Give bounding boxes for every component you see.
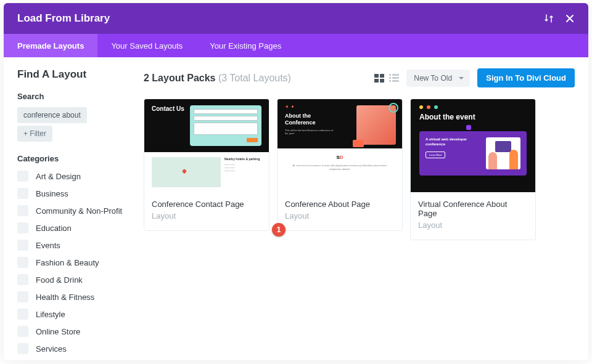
thumb-heading: About the event <box>419 113 527 121</box>
main-panel: 2 Layout Packs (3 Total Layouts) New To … <box>130 57 588 360</box>
step-badge: 1 <box>272 223 286 237</box>
checkbox-icon <box>17 291 28 302</box>
svg-rect-4 <box>389 74 391 76</box>
sort-select-wrap: New To Old <box>406 70 470 87</box>
sort-toggle-icon[interactable] <box>544 14 554 23</box>
main-header-actions: New To Old Sign In To Divi Cloud <box>374 68 575 87</box>
list-view-icon[interactable] <box>389 74 399 83</box>
sidebar-heading: Find A Layout <box>17 68 124 81</box>
category-item[interactable]: Community & Non-Profit <box>17 205 124 216</box>
thumb-image <box>356 105 396 145</box>
category-item[interactable]: Art & Design <box>17 171 124 182</box>
tab-saved-layouts[interactable]: Your Saved Layouts <box>97 34 196 57</box>
thumb-form <box>190 105 261 146</box>
category-item[interactable]: Fashion & Beauty <box>17 257 124 268</box>
sidebar: Find A Layout Search conference about + … <box>4 57 130 360</box>
category-list: Art & Design Business Community & Non-Pr… <box>17 171 124 360</box>
tab-premade-layouts[interactable]: Premade Layouts <box>4 34 97 57</box>
main-header: 2 Layout Packs (3 Total Layouts) New To … <box>144 68 575 87</box>
category-item[interactable]: Food & Drink <box>17 274 124 285</box>
close-icon[interactable] <box>565 14 575 23</box>
card-body: Conference About Page Layout <box>278 192 402 230</box>
signin-button[interactable]: Sign In To Divi Cloud <box>477 68 575 87</box>
view-toggle <box>374 74 399 83</box>
add-filter-chip[interactable]: + Filter <box>17 126 52 142</box>
checkbox-icon <box>17 257 28 268</box>
thumb-heading: About the Conference <box>285 113 334 126</box>
category-item[interactable]: Events <box>17 240 124 251</box>
svg-rect-7 <box>392 77 399 79</box>
modal-body: Find A Layout Search conference about + … <box>4 57 588 360</box>
thumb-address: Nearby hotels & parking –––– –––––– ––––… <box>224 157 261 187</box>
card-title: Virtual Conference About Page <box>418 200 528 218</box>
tabs: Premade Layouts Your Saved Layouts Your … <box>4 34 588 57</box>
grid-view-icon[interactable] <box>374 74 384 83</box>
card-title: Conference Contact Page <box>152 200 261 209</box>
category-item[interactable]: Health & Fitness <box>17 291 124 302</box>
checkbox-icon <box>17 309 28 320</box>
svg-rect-1 <box>380 74 384 78</box>
category-item[interactable]: Education <box>17 222 124 233</box>
svg-rect-2 <box>374 79 379 83</box>
layout-thumbnail: About the event A virtual web developer … <box>411 99 535 192</box>
svg-rect-8 <box>389 80 391 82</box>
layout-card[interactable]: About the event A virtual web developer … <box>410 99 536 240</box>
modal-header: Load From Library <box>4 3 588 34</box>
layout-card-wrap: Contact Us Nearby hotels & parking –––– … <box>144 99 269 240</box>
header-actions <box>544 14 575 23</box>
layout-thumbnail: ✦✦ About the Conference This will be the… <box>278 99 402 192</box>
search-chip[interactable]: conference about <box>17 107 87 123</box>
layout-card[interactable]: ✦✦ About the Conference This will be the… <box>277 99 403 231</box>
svg-rect-5 <box>392 74 399 76</box>
packs-title-wrap: 2 Layout Packs (3 Total Layouts) <box>144 73 291 84</box>
checkbox-icon <box>17 240 28 251</box>
library-modal: Load From Library Premade Layouts Your S… <box>4 3 588 360</box>
svg-rect-0 <box>374 74 379 78</box>
svg-rect-3 <box>380 79 384 83</box>
tab-existing-pages[interactable]: Your Existing Pages <box>196 34 295 57</box>
category-item[interactable]: Business <box>17 188 124 199</box>
sort-select[interactable]: New To Old <box>406 70 470 87</box>
category-item[interactable]: Lifestyle <box>17 309 124 320</box>
checkbox-icon <box>17 274 28 285</box>
thumb-map <box>152 157 221 187</box>
category-item[interactable]: Services <box>17 343 124 354</box>
card-body: Conference Contact Page Layout <box>144 192 269 230</box>
layout-card-wrap: 1 ✦✦ About the Conference This will be t… <box>277 99 403 240</box>
layout-grid: Contact Us Nearby hotels & parking –––– … <box>144 99 575 240</box>
search-chips: conference about + Filter <box>17 107 124 142</box>
modal-title: Load From Library <box>17 12 110 25</box>
checkbox-icon <box>17 222 28 233</box>
search-label: Search <box>17 92 124 101</box>
checkbox-icon <box>17 205 28 216</box>
card-subtitle: Layout <box>152 211 261 220</box>
total-layouts: (3 Total Layouts) <box>218 73 291 83</box>
layout-card-wrap: About the event A virtual web developer … <box>410 99 536 240</box>
card-subtitle: Layout <box>285 211 395 220</box>
svg-rect-6 <box>389 77 391 79</box>
checkbox-icon <box>17 188 28 199</box>
card-title: Conference About Page <box>285 200 395 209</box>
categories-label: Categories <box>17 154 124 163</box>
card-body: Virtual Conference About Page Layout <box>411 192 535 240</box>
thumb-illustration <box>486 137 520 169</box>
layout-thumbnail: Contact Us Nearby hotels & parking –––– … <box>144 99 269 192</box>
checkbox-icon <box>17 171 28 182</box>
packs-count: 2 Layout Packs <box>144 73 216 83</box>
layout-card[interactable]: Contact Us Nearby hotels & parking –––– … <box>144 99 269 231</box>
checkbox-icon <box>17 343 28 354</box>
svg-rect-9 <box>392 80 399 82</box>
card-subtitle: Layout <box>418 220 528 230</box>
checkbox-icon <box>17 326 28 337</box>
category-item[interactable]: Online Store <box>17 326 124 337</box>
